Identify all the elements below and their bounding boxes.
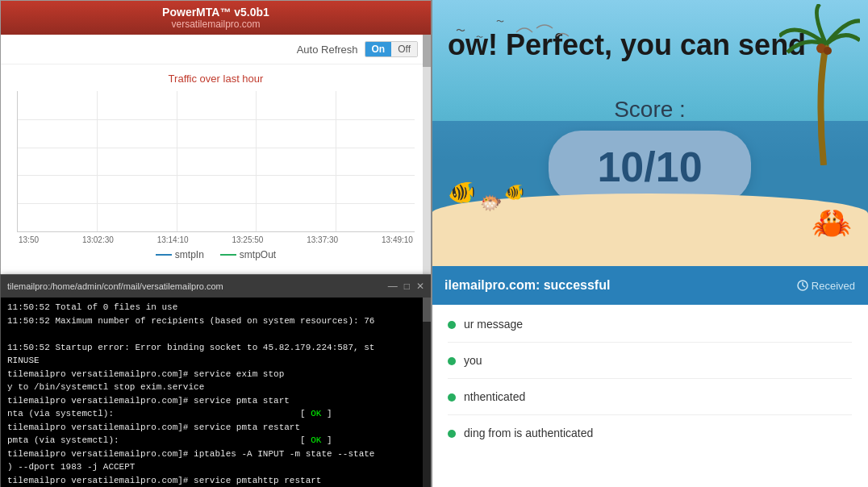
result-text-1: ur message: [464, 318, 523, 331]
x-label-5: 13:49:10: [382, 235, 413, 244]
result-text-2: you: [464, 354, 482, 367]
x-label-2: 13:14:10: [157, 235, 189, 244]
terminal-line: [7, 327, 424, 341]
chart-grid: [17, 91, 415, 232]
svg-point-1: [824, 47, 832, 55]
terminal-body[interactable]: 11:50:52 Total of 0 files in use 11:50:5…: [1, 298, 431, 487]
status-success-text: ilemailpro.com: successful: [444, 278, 610, 293]
crab-icon: 🦀: [812, 204, 852, 242]
terminal-line: ) --dport 1983 -j ACCEPT: [7, 460, 424, 474]
result-item-1: ur message: [448, 318, 852, 343]
result-dot-2: [448, 357, 456, 365]
terminal-line: tilemailpro versatilemailpro.com]# servi…: [7, 368, 424, 381]
auto-refresh-label: Auto Refresh: [297, 44, 358, 56]
seagulls: [512, 20, 577, 44]
legend-smtpout-label: smtpOut: [240, 249, 276, 260]
legend-smtpin: smtpIn: [156, 249, 204, 260]
terminal-line: pmta (via systemctl): [ OK ]: [7, 434, 424, 447]
pmta-subtitle: versatilemailpro.com: [171, 19, 260, 30]
x-label-3: 13:25:50: [232, 235, 263, 244]
x-label-1: 13:02:30: [82, 235, 114, 244]
beach-scene: 〜 〜 〜 ow! Perfect, you can send Score : …: [432, 0, 868, 266]
pmta-title: PowerMTA™ v5.0b1: [162, 6, 269, 19]
result-dot-1: [448, 321, 456, 329]
right-panel: 〜 〜 〜 ow! Perfect, you can send Score : …: [432, 0, 868, 487]
received-label: Received: [812, 280, 855, 292]
status-bar: ilemailpro.com: successful Received: [432, 266, 868, 305]
x-label-4: 13:37:30: [307, 235, 338, 244]
terminal-maximize-button[interactable]: □: [404, 281, 410, 292]
chart-grid-lines: [18, 91, 415, 231]
bird-2: 〜: [496, 16, 504, 27]
result-item-4: ding from is authenticated: [448, 427, 852, 451]
terminal-line: y to /bin/systemctl stop exim.service: [7, 381, 424, 394]
chart-title: Traffic over last hour: [17, 73, 415, 85]
palm-tree: [779, 4, 860, 169]
auto-refresh-toggle[interactable]: On Off: [365, 41, 418, 57]
result-item-2: you: [448, 354, 852, 379]
toggle-on-button[interactable]: On: [365, 42, 392, 56]
terminal-line: nta (via systemctl): [ OK ]: [7, 407, 424, 421]
fish-3: 🐠: [504, 182, 524, 202]
terminal-scroll-thumb[interactable]: [423, 298, 431, 322]
x-axis-labels: 13:50 13:02:30 13:14:10 13:25:50 13:37:3…: [17, 235, 415, 244]
svg-line-4: [803, 285, 805, 287]
terminal-line: RINUSE: [7, 354, 424, 368]
terminal-line: 11:50:52 Total of 0 files in use: [7, 301, 424, 314]
clock-icon: [797, 280, 808, 291]
fish-2: 🐡: [480, 193, 502, 214]
x-label-0: 13:50: [19, 235, 39, 244]
result-item-3: nthenticated: [448, 390, 852, 415]
terminal-controls[interactable]: — □ ✕: [388, 281, 424, 292]
terminal-minimize-button[interactable]: —: [388, 281, 398, 292]
chart-legend: smtpIn smtpOut: [17, 249, 415, 260]
terminal-line: tilemailpro versatilemailpro.com]# iptab…: [7, 447, 424, 461]
result-dot-4: [448, 430, 456, 438]
terminal-title: tilemailpro:/home/admin/conf/mail/versat…: [7, 281, 223, 291]
chart-area: Traffic over last hour 13:50 13:02:30 13…: [1, 65, 431, 258]
terminal-close-button[interactable]: ✕: [416, 281, 424, 292]
terminal-line: tilemailpro versatilemailpro.com]# servi…: [7, 474, 424, 488]
results-area: ur message you nthenticated ding from is…: [432, 305, 868, 487]
result-text-3: nthenticated: [464, 390, 525, 403]
pmta-titlebar: PowerMTA™ v5.0b1 versatilemailpro.com: [1, 1, 431, 35]
wow-text: ow! Perfect, you can send: [448, 28, 806, 62]
terminal-line: tilemailpro versatilemailpro.com]# servi…: [7, 421, 424, 435]
pmta-window: PowerMTA™ v5.0b1 versatilemailpro.com Au…: [0, 0, 432, 278]
legend-smtpout: smtpOut: [220, 249, 276, 260]
legend-smtpin-label: smtpIn: [175, 249, 204, 260]
pmta-scrollbar-thumb[interactable]: [423, 35, 431, 67]
toggle-off-button[interactable]: Off: [391, 42, 417, 56]
status-received-text: Received: [797, 280, 855, 292]
terminal-scrollbar[interactable]: [423, 298, 431, 487]
terminal-line: 11:50:52 Startup error: Error binding so…: [7, 341, 424, 355]
terminal-titlebar: tilemailpro:/home/admin/conf/mail/versat…: [1, 275, 431, 298]
result-text-4: ding from is authenticated: [464, 427, 593, 439]
fish-1: 🐠: [448, 179, 476, 206]
panel-divider: [431, 0, 432, 487]
result-dot-3: [448, 393, 456, 402]
terminal-window: tilemailpro:/home/admin/conf/mail/versat…: [0, 274, 432, 487]
terminal-line: 11:50:52 Maximum number of recipients (b…: [7, 314, 424, 328]
pmta-toolbar: Auto Refresh On Off: [1, 35, 431, 65]
terminal-line: tilemailpro versatilemailpro.com]# servi…: [7, 394, 424, 408]
